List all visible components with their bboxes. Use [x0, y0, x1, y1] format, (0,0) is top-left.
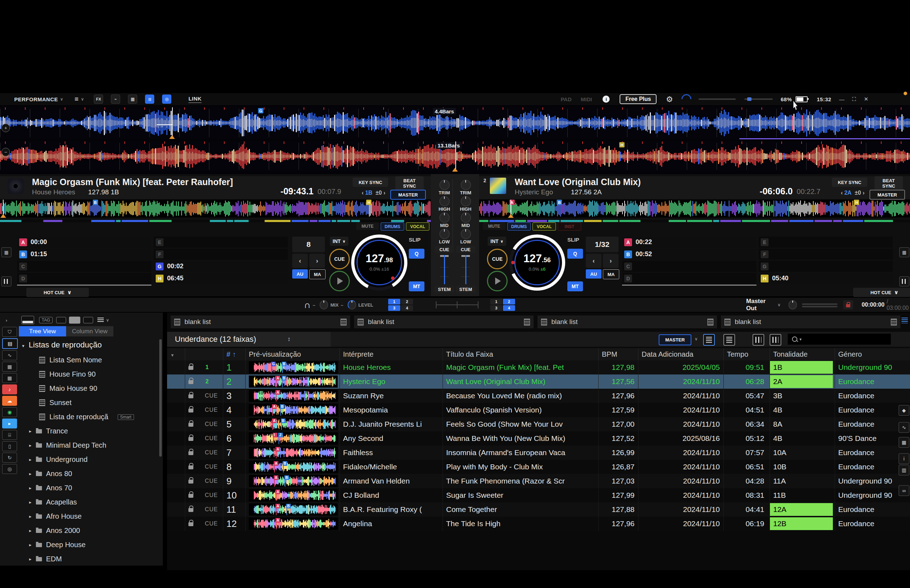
link-button[interactable]: LINK	[188, 95, 202, 103]
list-panel-icon[interactable]	[902, 318, 908, 323]
folder-item-underground[interactable]: ▸Underground	[29, 456, 87, 464]
column-number-sort[interactable]: # ↑	[223, 348, 245, 360]
deck2-jog-wheel[interactable]: 127.560.0% ±6	[509, 234, 565, 291]
deck2-master-tempo-button[interactable]: MT	[567, 281, 583, 291]
deck2-stem-vocal[interactable]: VOCAL	[533, 223, 556, 231]
folder-item-deep-house[interactable]: ▸Deep House	[29, 541, 86, 549]
deck1-key-sync-button[interactable]: KEY SYNC	[353, 178, 388, 187]
mixer-channel-1-high-knob[interactable]	[439, 196, 450, 207]
deck2-hot-cue-h[interactable]: H05:40	[759, 273, 893, 284]
maximize-button[interactable]: ⛶	[852, 96, 856, 102]
mixer-channel-2-stem-button[interactable]: STEM	[456, 286, 475, 293]
waveform-overview[interactable]: 4.4Bars 13.1Bars G H + − RST	[0, 105, 910, 175]
table-row-12[interactable]: CUE12AngelinaThe Tide Is High127,962024/…	[167, 517, 910, 531]
master-out-selector[interactable]: Master Out	[746, 298, 775, 312]
table-row-6[interactable]: CUE6Any SecondWanna Be With You (New Clu…	[167, 431, 910, 446]
deck1-stem-vocal[interactable]: VOCAL	[406, 223, 429, 231]
deck2-key-sync-button[interactable]: KEY SYNC	[832, 178, 867, 187]
column-genre[interactable]: Género	[835, 348, 899, 360]
search-input[interactable]: ▾	[788, 334, 891, 345]
deck1-key-controls[interactable]: ‹ 1B ±0 ›	[361, 190, 385, 196]
view-table-button[interactable]	[703, 334, 715, 346]
deck1-hot-cue-h[interactable]: H06:45	[154, 273, 288, 284]
deck2-cue-marker-b[interactable]: B	[557, 200, 562, 205]
deck2-stem-mute[interactable]: MUTE	[483, 223, 505, 230]
column-artist[interactable]: Intérprete	[340, 348, 442, 360]
zoom-out-button[interactable]: −	[2, 148, 10, 156]
mixer-channel-1-stem-button[interactable]: STEM	[435, 286, 454, 293]
mixer-channel-1-fader[interactable]	[439, 255, 449, 284]
window-layout-icon[interactable]	[21, 316, 34, 325]
headphone-cue-4[interactable]: 4	[503, 305, 515, 311]
deck2-hot-cue-c[interactable]: C	[622, 261, 756, 272]
color-filter-3[interactable]	[83, 317, 93, 323]
deck2-hot-cue-a[interactable]: A00:22	[622, 237, 756, 248]
table-row-11[interactable]: CUE11B.A.R. Featuring Roxy (Come Togethe…	[167, 502, 910, 517]
mixer-channel-2-trim-knob[interactable]	[461, 180, 471, 190]
related-tracks-icon[interactable]: ∿	[899, 422, 909, 433]
deck1-play-button[interactable]	[329, 271, 350, 291]
mixer-channel-2-mid-knob[interactable]	[461, 212, 471, 223]
minimize-button[interactable]: —	[839, 96, 845, 102]
deck1-beat-sync-button[interactable]: BEATSYNC	[395, 176, 424, 191]
gear-icon[interactable]: ⚙	[666, 95, 673, 104]
link-icon[interactable]: ∞	[899, 485, 909, 496]
cue-flag-h[interactable]: H	[619, 142, 625, 147]
table-row-1[interactable]: 11House HeroesMagic Orgasm (Funk Mix) [f…	[167, 360, 910, 375]
master-level-knob[interactable]	[789, 300, 797, 309]
info-panel-icon[interactable]: i	[899, 453, 909, 464]
deck1-hot-cue-scrollbar[interactable]	[17, 284, 151, 286]
column-time[interactable]: Tempo	[724, 348, 768, 360]
blank-list-panel-4[interactable]: blank list	[721, 315, 900, 328]
deck2-jump-forward-button[interactable]: ›	[603, 254, 619, 268]
deck1-hot-cue-d[interactable]: D	[17, 273, 151, 284]
disc-icon[interactable]: ◎	[2, 464, 17, 474]
deck1-master-button[interactable]: MASTER	[390, 190, 426, 200]
table-row-4[interactable]: CUE4MesopotamiaVaffanculo (Spanish Versi…	[167, 403, 910, 417]
playlist-item-lista-de-reproduçã[interactable]: Lista de reproduçãSmart	[39, 413, 134, 421]
fx-panel-button[interactable]: FX	[94, 95, 103, 104]
table-row-7[interactable]: CUE7FaithlessInsomnia (Armand's European…	[167, 446, 910, 460]
mixer-channel-2-low-knob[interactable]	[461, 229, 471, 239]
info-icon[interactable]: i	[602, 95, 610, 103]
deck2-play-button[interactable]	[487, 271, 508, 291]
deck2-cue-button[interactable]: CUE	[487, 249, 508, 269]
mode-selector[interactable]: PERFORMANCE	[14, 96, 58, 102]
deck1-jump-forward-button[interactable]: ›	[309, 254, 325, 268]
color-filter-2[interactable]	[69, 317, 80, 324]
stems-view-icon[interactable]	[2, 276, 11, 286]
folder-item-trance[interactable]: ▸Trance	[29, 427, 68, 435]
deck1-track-waveform[interactable]: BH	[0, 200, 431, 217]
sort-arrows-icon[interactable]: ▴▾	[288, 337, 290, 342]
table-row-3[interactable]: CUE3Suzann RyeBecause You Loved Me (radi…	[167, 389, 910, 403]
deck1-jog-wheel[interactable]: 127.980.0% ±16	[351, 234, 407, 291]
collection-icon[interactable]: ▤	[2, 338, 18, 349]
mixer-channel-1-low-knob[interactable]	[439, 229, 450, 239]
folder-item-anos-2000[interactable]: ▸Anos 2000	[29, 527, 80, 535]
view-columns-button[interactable]	[753, 334, 764, 346]
beatsource-icon[interactable]: ◉	[2, 407, 17, 417]
deck1-hot-cue-g[interactable]: G00:02	[154, 261, 288, 272]
master-filter-button[interactable]: MASTER	[659, 334, 691, 345]
playlist-item-maio-house-90[interactable]: Maio House 90	[39, 384, 97, 393]
mixer-channel-1-mid-knob[interactable]	[439, 212, 450, 223]
folder-item-anos-80[interactable]: ▸Anos 80	[29, 470, 72, 478]
bookmark-icon[interactable]: ⛉	[2, 327, 17, 337]
deck2-stem-inst[interactable]: INST	[558, 223, 581, 231]
column-key[interactable]: Tonalidade	[769, 348, 835, 360]
folder-item-minimal-deep-tech[interactable]: ▸Minimal Deep Tech	[29, 441, 106, 449]
deck2-beat-jump-size[interactable]: 1/32	[586, 237, 619, 252]
folder-item-anos-70[interactable]: ▸Anos 70	[29, 484, 72, 492]
view-list-button[interactable]	[724, 334, 735, 346]
pad-label[interactable]: PAD	[560, 96, 572, 102]
headphone-cue-1[interactable]: 1	[388, 299, 400, 304]
deck2-hot-cue-scrollbar[interactable]	[622, 284, 756, 286]
deck1-stem-drums[interactable]: DRUMS	[381, 223, 404, 231]
deck1-hot-cue-f[interactable]: F	[154, 249, 288, 260]
deck2-quantize-button[interactable]: Q	[567, 249, 583, 258]
folder-item-afro-house[interactable]: ▸Afro House	[29, 512, 82, 520]
table-row-5[interactable]: CUE5D.J. Juanito Presents LiFeels So Goo…	[167, 417, 910, 431]
headphone-cue-4[interactable]: 4	[401, 305, 413, 311]
zoom-in-button[interactable]: +	[2, 124, 10, 132]
volume-slider[interactable]	[744, 99, 773, 100]
